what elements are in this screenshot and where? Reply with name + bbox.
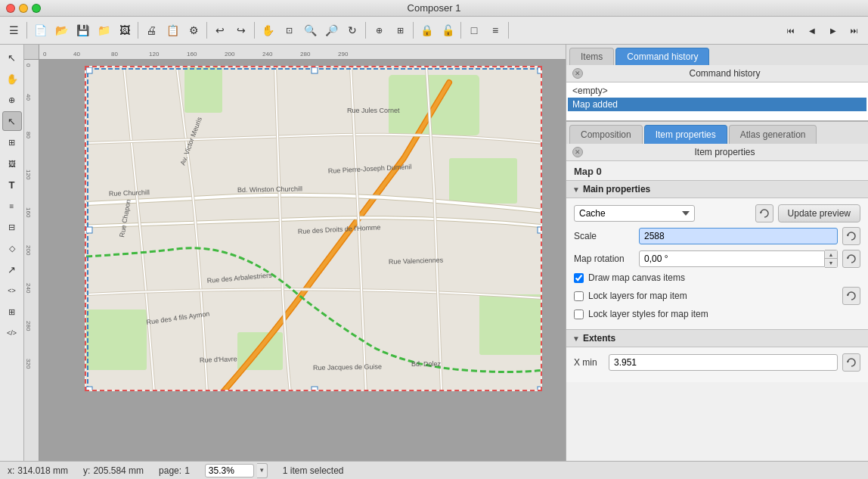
- canvas-area[interactable]: 0 40 80 120 160 200 240 280 290 0 40 80 …: [24, 45, 566, 461]
- scale-input[interactable]: [639, 228, 838, 244]
- scale-label: Scale: [574, 231, 634, 241]
- folder-button[interactable]: 📁: [93, 20, 114, 41]
- zoom-out-button[interactable]: 🔎: [321, 20, 342, 41]
- update-preview-button[interactable]: Update preview: [778, 204, 860, 222]
- zoom-canvas-tool[interactable]: ⊕: [2, 90, 22, 110]
- code-tool[interactable]: </>: [2, 323, 22, 343]
- main-props-header[interactable]: ▼ Main properties: [566, 180, 868, 198]
- tab-atlas-generation[interactable]: Atlas generation: [729, 125, 817, 144]
- add-html-tool[interactable]: <>: [2, 281, 22, 300]
- add-shape-tool[interactable]: ◇: [2, 238, 22, 258]
- main-container: ☰ 📄 📂 💾 📁 🖼 🖨 📋 ⚙ ↩ ↪ ✋ ⊡ 🔍 🔎 ↻ ⊕ ⊞ 🔒: [0, 17, 868, 479]
- nav-next-button[interactable]: ▶: [823, 20, 844, 41]
- draw-canvas-label: Draw map canvas items: [588, 272, 685, 283]
- cursor-tool[interactable]: ↖: [2, 48, 22, 67]
- add-image-tool[interactable]: 🖼: [2, 154, 22, 173]
- undo-button[interactable]: ↩: [209, 20, 231, 41]
- export-image-button[interactable]: 🖼: [114, 20, 135, 41]
- minimize-button[interactable]: [19, 4, 28, 13]
- item-props-close[interactable]: ✕: [572, 147, 583, 157]
- print-button[interactable]: 🖨: [141, 20, 162, 41]
- settings-button[interactable]: ⚙: [183, 20, 204, 41]
- add-scalebar-tool[interactable]: ⊟: [2, 217, 22, 237]
- zoom-dropdown-arrow[interactable]: ▼: [257, 463, 268, 478]
- group-button[interactable]: □: [463, 20, 485, 41]
- svg-text:Rue Jacques de Guise: Rue Jacques de Guise: [313, 362, 382, 372]
- lock-button[interactable]: 🔒: [416, 20, 437, 41]
- cache-select[interactable]: Cache Render Rectangle: [574, 205, 695, 222]
- lock-styles-checkbox[interactable]: [574, 309, 584, 319]
- open-button[interactable]: 📂: [51, 20, 72, 41]
- map-canvas[interactable]: Rue Churchill Bd. Winston Churchill Rue …: [85, 66, 542, 391]
- nav-first-button[interactable]: ⏮: [780, 20, 801, 41]
- top-panel-tabs: Items Command history: [566, 45, 868, 65]
- map-rotation-row: Map rotation ▲ ▼: [574, 250, 860, 268]
- svg-rect-2: [449, 158, 517, 204]
- tab-items[interactable]: Items: [569, 48, 614, 65]
- zoom-in-button[interactable]: 🔍: [299, 20, 321, 41]
- page-num: page: 1: [159, 465, 190, 476]
- page-value: 1: [184, 465, 190, 476]
- layers-button[interactable]: ≡: [485, 20, 506, 41]
- close-button[interactable]: [6, 4, 15, 13]
- add-table-tool[interactable]: ⊞: [2, 302, 22, 322]
- zoom-input[interactable]: [205, 464, 254, 477]
- nav-prev-button[interactable]: ◀: [801, 20, 823, 41]
- pdf-button[interactable]: 📋: [162, 20, 183, 41]
- cmd-history-close[interactable]: ✕: [572, 68, 583, 79]
- map-rotation-input[interactable]: [639, 250, 825, 267]
- zoom-full-button[interactable]: ⊡: [278, 20, 299, 41]
- unlock-button[interactable]: 🔓: [437, 20, 458, 41]
- save-button[interactable]: 💾: [72, 20, 93, 41]
- svg-rect-22: [312, 67, 318, 73]
- add-arrow-tool[interactable]: ↗: [2, 260, 22, 279]
- add-map-tool[interactable]: ⊞: [2, 132, 22, 152]
- refresh-button[interactable]: ↻: [342, 20, 363, 41]
- pan-view-button[interactable]: ✋: [257, 20, 278, 41]
- main-props-arrow: ▼: [572, 185, 580, 194]
- pan-tool[interactable]: ✋: [2, 69, 22, 89]
- nav-last-button[interactable]: ⏭: [844, 20, 865, 41]
- maximize-button[interactable]: [32, 4, 41, 13]
- cmd-history-list: <empty> Map added: [566, 82, 868, 120]
- pan-map-button[interactable]: ⊞: [389, 20, 411, 41]
- add-label-tool[interactable]: T: [2, 175, 22, 194]
- toolbar-area: ☰ 📄 📂 💾 📁 🖼 🖨 📋 ⚙ ↩ ↪ ✋ ⊡ 🔍 🔎 ↻ ⊕ ⊞ 🔒: [0, 17, 868, 45]
- select-tool[interactable]: ↖: [2, 111, 22, 131]
- scale-reset-icon[interactable]: [842, 227, 860, 245]
- spinner-down[interactable]: ▼: [825, 259, 837, 267]
- svg-rect-3: [86, 309, 147, 370]
- map-svg: Rue Churchill Bd. Winston Churchill Rue …: [86, 67, 542, 391]
- svg-text:Rue d'Havre: Rue d'Havre: [200, 355, 237, 364]
- lock-styles-label: Lock layer styles for map item: [588, 309, 708, 319]
- tab-command-history[interactable]: Command history: [615, 48, 709, 65]
- svg-rect-25: [538, 227, 542, 233]
- cache-icon: [755, 204, 773, 222]
- lock-layers-checkbox[interactable]: [574, 291, 584, 301]
- svg-rect-27: [312, 387, 318, 391]
- select-location-button[interactable]: ⊕: [368, 20, 389, 41]
- lock-layers-icon[interactable]: [842, 287, 860, 305]
- menu-button[interactable]: ☰: [3, 20, 24, 41]
- cmd-item-1[interactable]: Map added: [568, 98, 866, 111]
- tab-item-properties[interactable]: Item properties: [644, 125, 727, 144]
- new-button[interactable]: 📄: [29, 20, 51, 41]
- page-label: page:: [159, 465, 181, 476]
- add-legend-tool[interactable]: ≡: [2, 196, 22, 216]
- tab-composition[interactable]: Composition: [569, 125, 643, 144]
- extents-header[interactable]: ▼ Extents: [566, 329, 868, 347]
- rotation-reset-icon[interactable]: [842, 250, 860, 268]
- left-toolbar: ↖ ✋ ⊕ ↖ ⊞ 🖼 T ≡ ⊟ ◇ ↗ <> ⊞ </>: [0, 45, 24, 461]
- extents-section: ▼ Extents X min: [566, 329, 868, 382]
- spinner-up[interactable]: ▲: [825, 250, 837, 259]
- xmin-input[interactable]: [609, 354, 838, 371]
- xmin-reset-icon[interactable]: [842, 353, 860, 372]
- window-controls[interactable]: [6, 4, 41, 13]
- draw-canvas-checkbox[interactable]: [574, 273, 584, 283]
- extents-arrow: ▼: [572, 334, 580, 343]
- cmd-item-0[interactable]: <empty>: [568, 84, 866, 98]
- sep3: [206, 22, 207, 39]
- svg-rect-24: [86, 227, 92, 233]
- draw-canvas-row: Draw map canvas items: [574, 272, 860, 283]
- redo-button[interactable]: ↪: [231, 20, 252, 41]
